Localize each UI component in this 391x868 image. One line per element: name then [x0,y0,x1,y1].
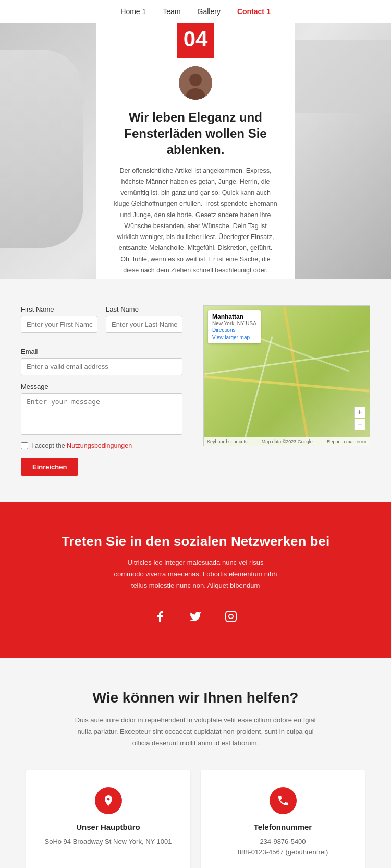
map-keyboard-shortcuts: Keyboard shortcuts [207,439,248,444]
office-text: SoHo 94 Broadway St New York, NY 1001 [36,837,180,848]
help-text: Duis aute irure dolor in reprehenderit i… [70,715,321,749]
contact-form: First Name Last Name Email Message I acc… [21,305,182,476]
map-report-error: Report a map error [327,439,366,444]
map-data-credit: Map data ©2023 Google [262,439,313,444]
svg-point-5 [234,613,234,614]
twitter-icon[interactable] [185,606,206,627]
last-name-group: Last Name [106,305,182,333]
social-icons [21,606,370,627]
hero-text: Der offensichtliche Artikel ist angekomm… [113,165,278,277]
email-input[interactable] [21,358,182,375]
social-title: Treten Sie in den sozialen Netzwerken be… [21,533,370,550]
phone-icon [270,787,297,814]
office-title: Unser Hauptbüro [36,823,180,831]
hero-number: 04 [177,23,214,58]
first-name-label: First Name [21,305,97,313]
info-card-phone: Telefonnummer 234-9876-5400 888-0123-456… [201,770,365,868]
first-name-group: First Name [21,305,97,333]
map-subtitle: New York, NY USA [212,320,256,326]
first-name-input[interactable] [21,316,97,333]
contact-section: First Name Last Name Email Message I acc… [0,279,391,502]
message-group: Message [21,383,182,435]
checkbox-row: I accept the Nutzungsbedingungen [21,442,182,449]
map-footer: Keyboard shortcuts Map data ©2023 Google… [204,437,370,446]
map-zoom-controls: + − [354,407,365,430]
email-group: Email [21,348,182,375]
navigation: Home 1 Team Gallery Contact 1 [0,0,391,23]
avatar [179,66,212,100]
map-zoom-in[interactable]: + [354,407,365,418]
svg-point-1 [189,74,202,86]
phone-title: Telefonnummer [211,823,355,831]
message-label: Message [21,383,182,390]
email-label: Email [21,348,182,355]
hero-section: Q W E R T Y U I O P [ ] A S D F G H J K … [0,23,391,279]
help-section: Wie können wir Ihnen helfen? Duis aute i… [0,658,391,868]
facebook-icon[interactable] [150,606,170,627]
earbuds-graphic [0,50,83,248]
phone-text: 234-9876-5400 888-0123-4567 (gebührenfre… [211,837,355,859]
last-name-label: Last Name [106,305,182,313]
svg-rect-3 [226,611,236,622]
map-view-larger[interactable]: View larger map [212,335,256,340]
terms-checkbox[interactable] [21,442,28,449]
nav-home[interactable]: Home 1 [120,7,146,16]
hero-card: 04 Wir leben Eleganz und Fensterläden wo… [96,23,295,279]
map-graphic: Manhattan New York, NY USA Directions Vi… [204,306,370,446]
help-title: Wie können wir Ihnen helfen? [26,689,365,706]
map-zoom-out[interactable]: − [354,419,365,430]
instagram-icon[interactable] [221,606,241,627]
last-name-input[interactable] [106,316,182,333]
message-input[interactable] [21,393,182,435]
nav-team[interactable]: Team [163,7,180,16]
info-card-office: Unser Hauptbüro SoHo 94 Broadway St New … [26,770,190,868]
hero-title: Wir leben Eleganz und Fensterläden wolle… [113,109,278,158]
terms-link[interactable]: Nutzungsbedingungen [67,442,132,449]
nav-contact[interactable]: Contact 1 [237,7,271,16]
nav-gallery[interactable]: Gallery [198,7,221,16]
map-info-box: Manhattan New York, NY USA Directions Vi… [208,310,261,343]
map-title: Manhattan [212,313,256,320]
map-directions[interactable]: Directions [212,327,256,333]
info-grid: Unser Hauptbüro SoHo 94 Broadway St New … [26,770,365,868]
social-text: Ultricies leo integer malesuada nunc vel… [112,557,279,591]
name-row: First Name Last Name [21,305,182,340]
map-container: Manhattan New York, NY USA Directions Vi… [203,305,370,446]
svg-point-4 [229,614,233,619]
office-icon [95,787,122,814]
submit-button[interactable]: Einreichen [21,458,78,476]
terms-label: I accept the Nutzungsbedingungen [31,442,132,449]
social-section: Treten Sie in den sozialen Netzwerken be… [0,502,391,658]
